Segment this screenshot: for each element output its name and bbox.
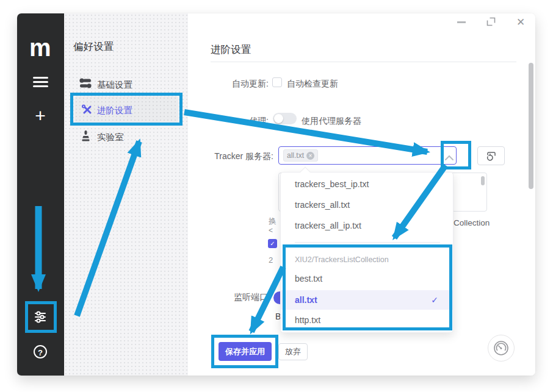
auto-update-option-label: 自动检查更新 (287, 79, 338, 90)
textarea-scrollbar-thumb[interactable] (481, 176, 485, 185)
task-list-icon[interactable] (33, 77, 48, 87)
dropdown-item[interactable]: trackers_all.txt (281, 194, 453, 215)
sidebar-item-basic-settings[interactable]: 基础设置 (97, 79, 132, 91)
title-divider (211, 62, 516, 62)
speedometer-icon (493, 340, 509, 356)
annotation-box-save-button (211, 335, 278, 368)
help-text-fragment-1: 换 (269, 216, 276, 225)
dropdown-divider (295, 242, 440, 243)
toggle-knob (274, 114, 283, 123)
close-window-button[interactable]: ✕ (516, 16, 525, 29)
auto-update-label: 自动更新: (208, 79, 269, 90)
annotation-box-dropdown-group (283, 244, 452, 330)
dropdown-item[interactable]: trackers_all_ip.txt (281, 215, 453, 236)
sidebar-item-lab[interactable]: 实验室 (97, 132, 124, 143)
selected-tracker-tag[interactable]: all.txt × (283, 149, 318, 162)
annotation-box-chevron (441, 141, 471, 169)
discard-button[interactable]: 放弃 (278, 343, 308, 360)
auto-update-checkbox[interactable] (272, 77, 282, 87)
basic-settings-icon (79, 78, 92, 88)
proxy-label: 代理: (208, 116, 269, 127)
minimize-button[interactable] (457, 21, 466, 23)
help-icon[interactable]: ? (34, 345, 47, 358)
listen-port-label: 监听端口 (234, 292, 268, 303)
preferences-title: 偏好设置 (73, 40, 114, 54)
proxy-option-label: 使用代理服务器 (302, 116, 361, 127)
lab-icon (81, 130, 90, 142)
screenshot-stage: m + ? 偏好设置 基础设置 进阶设置 实验室 (0, 0, 553, 392)
sync-checkbox-checked[interactable]: ✓ (268, 239, 277, 248)
proxy-toggle[interactable] (273, 113, 297, 124)
preferences-panel-bg (64, 13, 188, 376)
tag-close-icon[interactable]: × (306, 152, 314, 160)
tracker-server-label: Tracker 服务器: (201, 151, 273, 162)
dropdown-item[interactable]: trackers_best_ip.txt (281, 174, 453, 194)
maximize-button[interactable] (486, 17, 496, 26)
app-logo: m (29, 35, 52, 60)
speed-limit-button[interactable] (488, 335, 515, 362)
add-task-icon[interactable]: + (32, 109, 48, 124)
page-title: 进阶设置 (211, 43, 251, 57)
sync-time-fragment: 2 (269, 255, 273, 265)
annotation-box-sliders-icon (25, 301, 57, 333)
collection-link-fragment[interactable]: Collection (454, 218, 490, 227)
main-scrollbar-thumb[interactable] (529, 63, 533, 189)
tag-label: all.txt (287, 150, 304, 161)
annotation-box-advanced-settings (70, 93, 183, 126)
help-text-fragment-2: < (269, 226, 274, 235)
sync-tracker-button[interactable] (477, 146, 505, 165)
